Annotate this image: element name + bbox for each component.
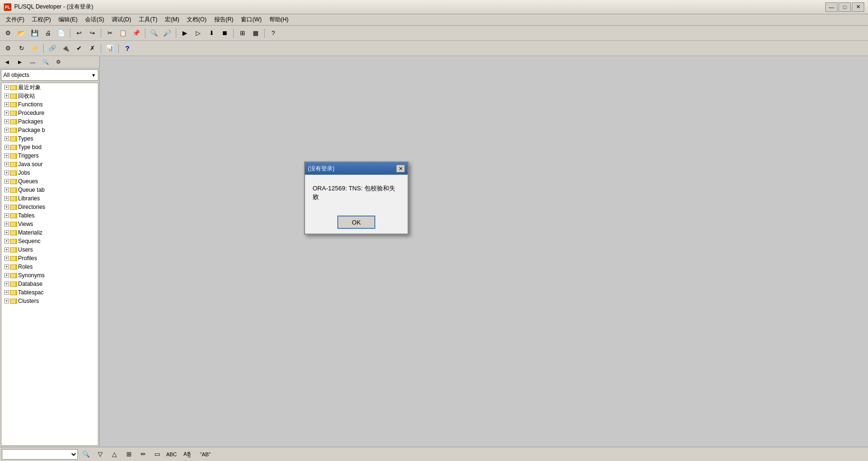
dialog-close-button[interactable]: ✕ (396, 165, 405, 172)
dialog-title: (没有登录) (308, 165, 334, 173)
dialog-footer: OK (305, 211, 408, 234)
dialog-title-bar: (没有登录) ✕ (305, 162, 408, 175)
error-dialog: (没有登录) ✕ ORA-12569: TNS: 包校验和失败 OK (304, 161, 409, 235)
dialog-body: ORA-12569: TNS: 包校验和失败 (305, 175, 408, 211)
dialog-message: ORA-12569: TNS: 包校验和失败 (313, 185, 395, 200)
dialog-ok-button[interactable]: OK (337, 216, 375, 229)
modal-overlay: (没有登录) ✕ ORA-12569: TNS: 包校验和失败 OK (0, 0, 868, 461)
